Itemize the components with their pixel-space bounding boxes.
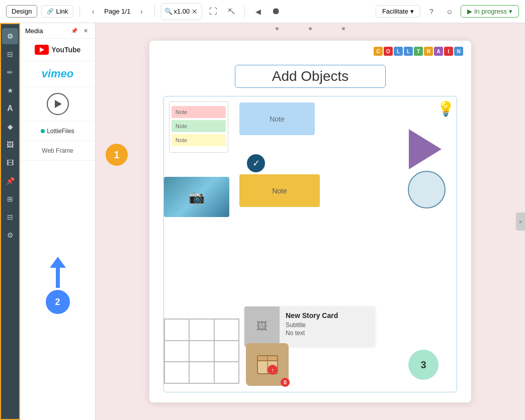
notes-stack: Note Note Note — [169, 101, 228, 153]
divider2 — [154, 6, 155, 18]
page-indicator: Page 1/1 — [104, 8, 130, 15]
main-layout: ⚙ ⊟ ✏ ★ A ◆ 🖼 🎞 📌 ⊞ ⊟ ⚙ Media 📌 ✕ YouTub… — [0, 23, 525, 420]
sidebar-pin[interactable]: 📌 — [2, 173, 18, 189]
circle-1-badge: 1 — [106, 144, 128, 166]
emoji-btn[interactable]: ☺ — [443, 5, 457, 19]
media-panel-actions: 📌 ✕ — [70, 26, 90, 35]
link-tab[interactable]: 🔗 Link — [41, 5, 73, 18]
youtube-label: YouTube — [52, 46, 81, 54]
story-card[interactable]: 🖼 New Story Card Subtitle No text — [244, 306, 375, 347]
transform-btn[interactable]: ⛏ — [224, 5, 238, 19]
lightbulb-icon: 💡 — [437, 100, 455, 117]
circle-shape — [408, 171, 446, 208]
lottie-dot-icon — [41, 129, 45, 133]
sidebar-grid[interactable]: ⊞ — [2, 191, 18, 207]
sidebar-text[interactable]: A — [2, 100, 18, 117]
story-card-subtitle: Subtitle — [286, 322, 369, 329]
story-card-title: New Story Card — [286, 311, 369, 320]
zoom-control[interactable]: 🔍 x1.00 ✕ — [161, 3, 202, 20]
whiteboard: C O L L T R A I N Add Objects Note — [149, 41, 471, 402]
circle-2-badge: 2 — [46, 290, 70, 314]
youtube-item[interactable]: YouTube — [20, 39, 95, 61]
media-panel-header: Media 📌 ✕ — [20, 23, 95, 39]
grid-widget[interactable] — [164, 319, 239, 384]
note-green[interactable]: Note — [171, 120, 226, 132]
design-tab[interactable]: Design — [6, 5, 37, 18]
media-panel-title: Media — [25, 27, 43, 35]
design-label: Design — [12, 8, 32, 15]
vimeo-label: vimeo — [42, 67, 74, 80]
video-player-item[interactable] — [20, 87, 95, 122]
top-bar: Design 🔗 Link ‹ Page 1/1 › 🔍 x1.00 ✕ ⛶ ⛏… — [0, 0, 525, 23]
sidebar-apps[interactable]: ⚙ — [2, 227, 18, 243]
photo-upload-widget[interactable]: 📷 — [164, 177, 229, 217]
prev-page-btn[interactable]: ‹ — [86, 5, 100, 19]
canvas-toolbar — [276, 27, 345, 30]
whiteboard-title: Add Objects — [235, 65, 386, 88]
sidebar-pen[interactable]: ✏ — [2, 64, 18, 80]
up-arrow-icon — [50, 257, 66, 268]
sidebar-film[interactable]: 🎞 — [2, 155, 18, 171]
collapse-btn[interactable]: » — [516, 213, 525, 231]
lottiefiles-item[interactable]: LottieFiles — [20, 122, 95, 141]
back-btn[interactable]: ◀ — [251, 5, 265, 19]
vimeo-item[interactable]: vimeo — [20, 61, 95, 87]
sidebar-table[interactable]: ⊟ — [2, 209, 18, 225]
arrow-section: 2 — [20, 161, 95, 420]
next-page-btn[interactable]: › — [134, 5, 148, 19]
note-blue-large[interactable]: Note — [239, 102, 315, 135]
facilitate-btn[interactable]: Facilitate ▾ — [376, 5, 420, 18]
fit-screen-btn[interactable]: ⛶ — [206, 5, 220, 19]
whiteboard-content: Note Note Note Note 💡 — [163, 96, 457, 392]
note-pink[interactable]: Note — [171, 106, 226, 118]
in-progress-label: In progress — [474, 8, 507, 15]
record-btn[interactable]: ⏺ — [269, 5, 283, 19]
youtube-icon — [35, 45, 49, 55]
canvas-area: » 1 C O L L T R A I N Add Objects — [96, 23, 525, 420]
link-label: Link — [56, 8, 68, 15]
story-card-image: 🖼 — [244, 306, 280, 347]
checkmark-icon: ✓ — [247, 154, 265, 172]
box-icon-container: ↑ 0 — [246, 343, 289, 386]
zoom-label: x1.00 — [173, 8, 190, 15]
svg-text:↑: ↑ — [271, 367, 274, 374]
lottiefiles-label: LottieFiles — [47, 128, 74, 135]
facilitate-label: Facilitate — [382, 8, 408, 15]
webframe-label: Web Frame — [42, 147, 73, 154]
help-btn[interactable]: ? — [424, 5, 439, 19]
colltrain-logo: C O L L T R A I N — [374, 47, 463, 56]
sidebar-star[interactable]: ★ — [2, 82, 18, 98]
divider3 — [244, 6, 245, 18]
close-panel-btn[interactable]: ✕ — [81, 26, 90, 35]
pin-panel-btn[interactable]: 📌 — [70, 26, 79, 35]
zoom-close-btn[interactable]: ✕ — [191, 5, 199, 19]
sidebar-image[interactable]: 🖼 — [2, 137, 18, 153]
sidebar-shapes[interactable]: ◆ — [2, 119, 18, 135]
note-yellow[interactable]: Note — [171, 134, 226, 146]
webframe-item[interactable]: Web Frame — [20, 141, 95, 161]
divider — [79, 6, 80, 18]
circle-3-badge: 3 — [408, 350, 439, 380]
arrow-shaft — [56, 268, 60, 288]
media-panel: Media 📌 ✕ YouTube vimeo — [20, 23, 96, 420]
note-yellow-large[interactable]: Note — [239, 174, 320, 207]
sidebar-layers[interactable]: ⊟ — [2, 46, 18, 62]
play-circle-icon — [47, 93, 69, 115]
sidebar-settings[interactable]: ⚙ — [2, 28, 18, 44]
box-badge: 0 — [281, 378, 290, 387]
left-sidebar: ⚙ ⊟ ✏ ★ A ◆ 🖼 🎞 📌 ⊞ ⊟ ⚙ — [0, 23, 20, 420]
story-card-text: No text — [286, 330, 369, 337]
triangle-shape — [409, 129, 442, 169]
in-progress-btn[interactable]: ▶ In progress ▾ — [461, 5, 519, 18]
